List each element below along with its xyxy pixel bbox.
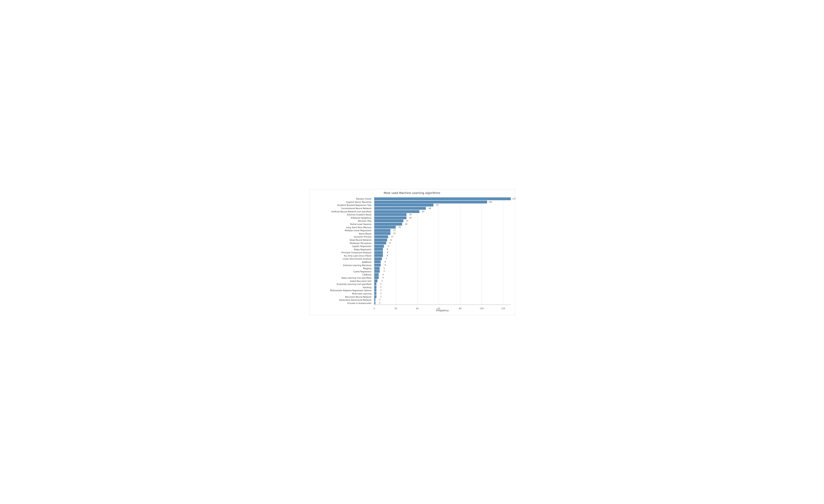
bar-value-label: 4 (383, 274, 384, 276)
bar: 11 (375, 241, 386, 244)
y-axis-label: Ensemble Learning (not specified) (337, 283, 372, 285)
bar: 13 (375, 235, 388, 238)
bar-row: 2 (375, 295, 511, 298)
bar-row: 30 (375, 213, 511, 216)
y-axis-label: Logistic Regression (352, 245, 372, 247)
bar: 8 (375, 251, 383, 254)
bar: 7 (375, 258, 382, 260)
bar-row: 105 (375, 200, 511, 204)
y-axis-label: Extreme Gradient Boost (347, 214, 371, 216)
plot-area: 020406080100120 127105554842303027262015… (374, 197, 511, 305)
bar-row: 42 (375, 210, 511, 213)
y-axis-label: Multiple Linear Regression (345, 229, 372, 232)
bar: 2 (375, 283, 377, 285)
bar: 30 (375, 213, 407, 216)
bar: 1 (375, 298, 376, 301)
y-axis-label: Extreme Learning Machines (343, 264, 372, 266)
y-axis-label: Random Forest (356, 198, 371, 200)
bar-value-label: 13 (391, 236, 393, 238)
bar-value-label: 15 (393, 229, 396, 231)
bar-row: 27 (375, 219, 511, 222)
bar-row: 8 (375, 254, 511, 258)
bar: 15 (375, 232, 390, 235)
bar: 6 (375, 261, 381, 263)
bar-row: 2 (375, 289, 511, 292)
y-axis-label: Deep Neural Network (350, 239, 371, 241)
bar-row: 1 (375, 301, 511, 305)
bar-value-label: 27 (406, 220, 408, 222)
bar-value-label: 4 (383, 277, 384, 279)
bar-row: 11 (375, 241, 511, 244)
bar-value-label: 11 (389, 242, 391, 244)
y-axis-label: Stacking (363, 286, 371, 288)
bar: 48 (375, 207, 426, 210)
bar-value-label: 20 (399, 226, 401, 228)
bar-row: 26 (375, 222, 511, 226)
bar-value-label: 26 (405, 223, 407, 225)
bar-value-label: 12 (390, 239, 392, 241)
bar-value-label: 2 (380, 296, 382, 298)
bar: 5 (375, 267, 380, 270)
bar: 30 (375, 216, 407, 219)
bar: 26 (375, 223, 402, 225)
bar: 5 (375, 270, 380, 273)
bar-row: 6 (375, 264, 511, 267)
bar-value-label: 9 (388, 245, 389, 247)
bar: 4 (375, 276, 379, 279)
bar: 1 (375, 302, 376, 304)
bar-value-label: 15 (393, 232, 396, 234)
bar-value-label: 8 (387, 248, 388, 250)
y-axis-labels: Random ForestSupport Vector MachinesGrad… (309, 197, 373, 305)
bar: 55 (375, 204, 433, 206)
bar-value-label: 42 (422, 211, 424, 213)
bar: 2 (375, 289, 377, 292)
bar-row: 55 (375, 204, 511, 207)
bar-row: 8 (375, 247, 511, 251)
bar: 2 (375, 295, 377, 298)
bar-row: 2 (375, 286, 511, 289)
bar: 2 (375, 286, 377, 289)
bar-value-label: 8 (387, 251, 388, 254)
bar-value-label: 2 (380, 286, 382, 288)
bar: 4 (375, 273, 379, 276)
y-axis-label: Recurrent Neural Network (345, 296, 372, 298)
bar-value-label: 1 (379, 302, 381, 304)
chart-container: Most used Machine Learning algorithms Ra… (309, 189, 515, 315)
bar-value-label: 2 (380, 292, 382, 294)
chart-title: Most used Machine Learning algorithms (309, 191, 515, 195)
y-axis-label: Principal Component Analysis (341, 251, 371, 254)
y-axis-label: AdaBoost (362, 261, 371, 263)
y-axis-label: Multi-task Learning (352, 292, 372, 295)
y-axis-label: Bagging (363, 267, 371, 270)
bar-row: 5 (375, 267, 511, 270)
bar-row: 1 (375, 298, 511, 301)
y-axis-label: CatBoost (362, 274, 371, 276)
bar-row: 127 (375, 197, 511, 201)
bar: 8 (375, 254, 383, 257)
bar-row: 48 (375, 207, 511, 210)
bar: 2 (375, 292, 377, 295)
bar: 105 (375, 201, 487, 203)
bar: 3 (375, 280, 378, 282)
bar-value-label: 6 (385, 261, 386, 263)
bar-value-label: 127 (512, 198, 516, 200)
bar-row: 4 (375, 276, 511, 279)
bar-row: 15 (375, 232, 511, 235)
bar-row: 2 (375, 292, 511, 295)
bar-value-label: 30 (409, 217, 411, 219)
bar: 27 (375, 219, 403, 222)
bar-value-label: 8 (387, 255, 388, 257)
bar-row: 15 (375, 229, 511, 232)
bar-value-label: 1 (379, 299, 381, 301)
y-axis-label: Multilayer Perceptron (350, 242, 372, 244)
bar-value-label: 5 (384, 270, 385, 272)
y-axis-label: Gated Recurrent Unit (350, 280, 372, 282)
bar-value-label: 105 (489, 201, 492, 203)
bar-row: 12 (375, 238, 511, 241)
bar-row: 4 (375, 273, 511, 276)
y-axis-label: Partial Least Squares (350, 223, 371, 225)
y-axis-label: Convolutional Neural Network (341, 207, 372, 210)
y-axis-label: Linear Discriminant Analysis (343, 258, 372, 260)
y-axis-label: Long Short-Term Memory (346, 226, 372, 228)
bar: 20 (375, 226, 396, 229)
